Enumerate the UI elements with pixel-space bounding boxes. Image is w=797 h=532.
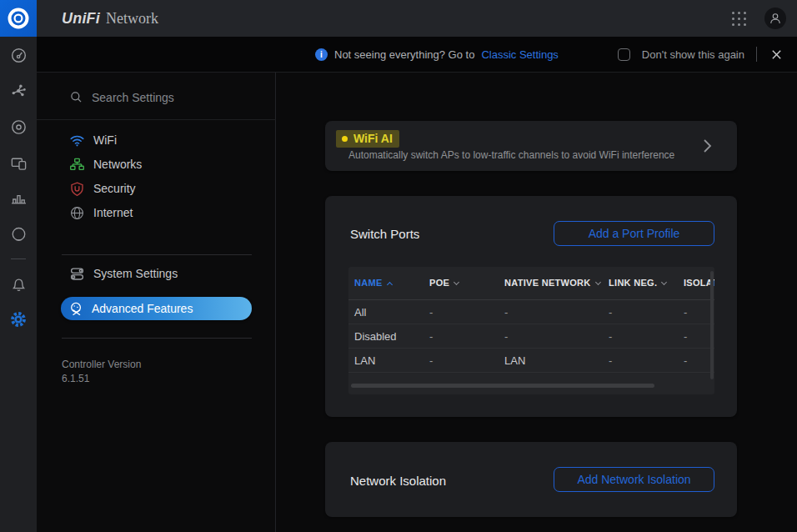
sidebar-item-label: Security: [93, 182, 136, 195]
add-network-isolation-button[interactable]: Add Network Isolation: [554, 467, 714, 492]
sort-desc-icon: [454, 279, 459, 285]
sidebar-item-internet[interactable]: Internet: [69, 202, 133, 223]
sidebar-divider: [62, 338, 252, 339]
sidebar-item-networks[interactable]: Networks: [69, 153, 142, 175]
dashboard-icon[interactable]: [9, 46, 28, 64]
cell-name: All: [354, 306, 366, 319]
switch-ports-card: Switch Ports Add a Port Profile NAME POE…: [325, 196, 737, 417]
sort-asc-icon: [387, 282, 393, 288]
table-header-row: NAME POE NATIVE NETWORK LINK NEG. ISOLAT…: [348, 267, 714, 300]
column-header-name[interactable]: NAME: [354, 278, 392, 288]
wifi-ai-highlight: WiFi AI: [336, 130, 399, 148]
unifi-ap-icon: [7, 7, 30, 30]
controller-version-label: Controller Version: [62, 359, 141, 370]
cell-link-neg: -: [609, 330, 612, 343]
column-header-poe[interactable]: POE: [429, 278, 459, 288]
table-row[interactable]: All - - - -: [348, 300, 714, 324]
dont-show-again-checkbox[interactable]: [618, 48, 630, 61]
sidebar-item-label: System Settings: [93, 267, 178, 280]
network-isolation-card: Network Isolation Add Network Isolation: [325, 442, 737, 517]
user-icon: [768, 11, 783, 26]
wifi-ai-title: WiFi AI: [353, 132, 393, 145]
close-icon[interactable]: [769, 47, 784, 62]
column-header-link-neg[interactable]: LINK NEG.: [609, 278, 666, 288]
cell-name: Disabled: [354, 330, 397, 343]
unifi-logo-tile[interactable]: [0, 0, 37, 37]
info-icon: i: [315, 48, 328, 61]
switch-ports-table: NAME POE NATIVE NETWORK LINK NEG. ISOLAT…: [348, 267, 714, 394]
settings-sidebar: Search Settings WiFi Networks Se: [37, 73, 276, 532]
settings-gear-icon[interactable]: [9, 310, 28, 329]
network-isolation-title: Network Isolation: [350, 474, 446, 488]
cell-isolation: -: [684, 354, 687, 367]
table-row[interactable]: Disabled - - - -: [348, 324, 714, 349]
sort-desc-icon: [661, 279, 667, 285]
advanced-features-icon: [68, 301, 84, 317]
column-header-native-network[interactable]: NATIVE NETWORK: [504, 278, 600, 288]
sidebar-item-system-settings[interactable]: System Settings: [69, 263, 178, 284]
cell-native-network: -: [504, 330, 508, 343]
sidebar-item-label: Internet: [93, 206, 133, 219]
cell-link-neg: -: [609, 354, 612, 367]
dont-show-again-label: Don't show this again: [642, 48, 744, 61]
cell-link-neg: -: [609, 306, 612, 319]
switch-ports-title: Switch Ports: [350, 227, 419, 241]
sort-desc-icon: [595, 279, 601, 285]
notifications-bell-icon[interactable]: [9, 274, 28, 293]
cell-poe: -: [429, 330, 433, 343]
clients-icon[interactable]: [9, 153, 28, 172]
sidebar-item-advanced-features[interactable]: Advanced Features: [61, 297, 252, 320]
notice-bar: i Not seeing everything? Go to Classic S…: [37, 37, 797, 73]
topology-icon[interactable]: [9, 82, 28, 100]
sidebar-item-wifi[interactable]: WiFi: [69, 129, 117, 151]
sidebar-item-security[interactable]: Security: [69, 178, 136, 199]
system-settings-icon: [69, 266, 85, 282]
highlight-dot-icon: [342, 136, 348, 142]
vertical-scrollbar[interactable]: [710, 271, 714, 379]
apps-grid-icon[interactable]: [732, 12, 746, 26]
search-settings-input[interactable]: Search Settings: [69, 90, 174, 104]
classic-settings-link[interactable]: Classic Settings: [481, 48, 558, 61]
sidebar-item-label: WiFi: [93, 133, 117, 147]
avatar[interactable]: [764, 8, 786, 29]
search-icon: [69, 90, 83, 104]
security-shield-icon: [69, 181, 85, 197]
search-settings-label: Search Settings: [92, 91, 174, 104]
wifi-ai-description: Automatically switch APs to low-traffic …: [348, 149, 674, 161]
app-title: UniFi Network: [62, 0, 158, 37]
wifi-ai-card[interactable]: WiFi AI Automatically switch APs to low-…: [325, 121, 737, 171]
cell-name: LAN: [354, 354, 375, 367]
add-port-profile-button[interactable]: Add a Port Profile: [554, 221, 714, 246]
cell-isolation: -: [684, 306, 687, 319]
wifi-icon: [69, 133, 85, 148]
rail-divider: [11, 258, 26, 259]
chat-icon[interactable]: [9, 225, 28, 243]
sidebar-divider: [62, 254, 252, 255]
horizontal-scrollbar[interactable]: [351, 384, 654, 388]
networks-icon: [69, 157, 85, 173]
notice-divider: [756, 47, 757, 62]
cell-isolation: -: [684, 330, 687, 343]
cell-native-network: -: [504, 306, 508, 319]
brand-unifi: UniFi: [62, 10, 100, 28]
cell-native-network: LAN: [504, 354, 525, 367]
brand-product: Network: [106, 10, 158, 28]
advanced-features-panel: WiFi AI Automatically switch APs to low-…: [276, 73, 797, 532]
devices-icon[interactable]: [9, 118, 28, 136]
unifi-network-window: UniFi Network: [0, 0, 797, 532]
top-bar: UniFi Network: [0, 0, 797, 37]
controller-version-value: 6.1.51: [62, 373, 89, 384]
chevron-right-icon[interactable]: [699, 136, 715, 156]
sidebar-item-label: Networks: [93, 158, 142, 171]
sidebar-item-label: Advanced Features: [92, 302, 193, 315]
internet-globe-icon: [69, 205, 85, 221]
table-row[interactable]: LAN - LAN - -: [348, 349, 714, 373]
notice-message: Not seeing everything? Go to: [334, 48, 474, 61]
cell-poe: -: [429, 306, 433, 319]
sidebar-divider: [37, 119, 276, 120]
left-icon-rail: [0, 37, 37, 532]
cell-poe: -: [429, 354, 433, 367]
statistics-icon[interactable]: [9, 189, 28, 208]
